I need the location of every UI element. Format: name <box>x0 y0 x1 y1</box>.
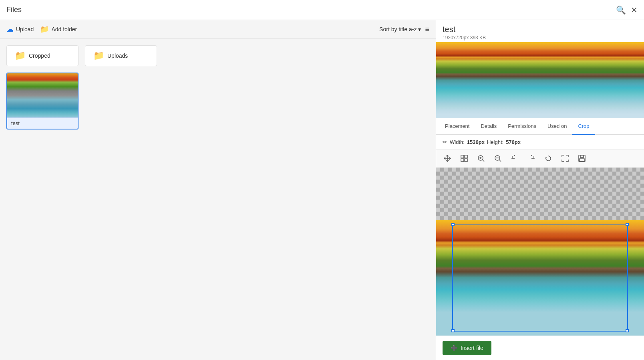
folder-item-uploads[interactable]: 📁 Uploads <box>85 45 157 66</box>
crop-toolbar <box>436 149 644 168</box>
upload-icon: ☁ <box>6 25 14 34</box>
crop-dimensions: ✏ Width: 1536px Height: 576px <box>436 135 644 149</box>
sort-button[interactable]: Sort by title a-z ▾ <box>379 26 421 32</box>
close-icon[interactable]: ✕ <box>631 5 638 15</box>
svg-rect-15 <box>580 159 584 162</box>
height-value: 576px <box>506 139 521 145</box>
search-icon[interactable]: 🔍 <box>616 5 626 15</box>
svg-rect-5 <box>465 159 467 162</box>
tab-placement[interactable]: Placement <box>439 118 475 135</box>
crop-tool-save[interactable] <box>574 151 590 166</box>
svg-rect-3 <box>465 155 467 158</box>
right-panel-meta: 1920x720px 393 KB <box>443 35 638 40</box>
tab-bar: Placement Details Permissions Used on Cr… <box>436 118 644 135</box>
crop-handle-bottom-left[interactable] <box>451 329 455 332</box>
tab-permissions[interactable]: Permissions <box>502 118 542 135</box>
file-thumbnail <box>7 73 78 117</box>
right-panel: test 1920x720px 393 KB Placement Details… <box>436 20 644 360</box>
plus-icon: ➕ <box>451 345 457 351</box>
preview-image-container <box>436 42 644 118</box>
tab-crop[interactable]: Crop <box>572 118 595 135</box>
crop-handle-top-right[interactable] <box>626 223 629 226</box>
upload-button[interactable]: ☁ Upload <box>6 25 34 34</box>
tab-used-on[interactable]: Used on <box>542 118 572 135</box>
insert-file-bar: ➕ Insert file <box>436 336 644 360</box>
height-label: Height: <box>487 139 503 145</box>
right-panel-title: test <box>443 25 638 34</box>
file-toolbar: ☁ Upload 📁 Add folder Sort by title a-z … <box>0 20 436 39</box>
crop-panel: ✏ Width: 1536px Height: 576px <box>436 135 644 336</box>
pencil-icon: ✏ <box>443 139 447 145</box>
main-layout: ☁ Upload 📁 Add folder Sort by title a-z … <box>0 20 644 360</box>
crop-handle-bottom-right[interactable] <box>626 329 629 332</box>
add-folder-button[interactable]: 📁 Add folder <box>40 25 77 34</box>
list-view-icon: ≡ <box>425 25 429 33</box>
crop-handle-top-left[interactable] <box>451 223 455 226</box>
folder-name: Cropped <box>29 53 50 59</box>
folder-icon: 📁 <box>93 51 104 61</box>
right-header: test 1920x720px 393 KB <box>436 20 644 42</box>
folder-icon: 📁 <box>15 51 26 61</box>
preview-waterfall-image <box>436 42 644 118</box>
crop-tool-zoom-out[interactable] <box>490 151 506 166</box>
crop-tool-reset[interactable] <box>540 151 556 166</box>
crop-tool-rotate-right[interactable] <box>523 151 539 166</box>
folders-row: 📁 Cropped 📁 Uploads <box>6 45 429 66</box>
crop-tool-move[interactable] <box>439 151 455 166</box>
crop-tool-zoom-in[interactable] <box>473 151 489 166</box>
folder-name: Uploads <box>107 53 128 59</box>
crop-canvas-area <box>436 168 644 336</box>
app-title: Files <box>6 6 22 14</box>
width-label: Width: <box>450 139 465 145</box>
waterfall-thumbnail-image <box>7 73 78 117</box>
top-bar-right: 🔍 ✕ <box>616 5 638 15</box>
crop-checkerboard <box>436 168 644 220</box>
svg-rect-4 <box>461 159 464 162</box>
left-panel: ☁ Upload 📁 Add folder Sort by title a-z … <box>0 20 436 360</box>
width-value: 1536px <box>467 139 485 145</box>
file-content: 📁 Cropped 📁 Uploads test <box>0 39 436 136</box>
svg-rect-2 <box>461 155 464 158</box>
crop-tool-grid[interactable] <box>456 151 472 166</box>
sort-chevron-icon: ▾ <box>418 26 421 32</box>
add-folder-icon: 📁 <box>40 25 49 34</box>
top-bar: Files 🔍 ✕ <box>0 0 644 20</box>
crop-preview <box>436 220 644 336</box>
toolbar-right: Sort by title a-z ▾ ≡ <box>379 25 429 34</box>
crop-tool-fit[interactable] <box>557 151 573 166</box>
list-view-button[interactable]: ≡ <box>425 25 429 34</box>
svg-rect-14 <box>580 155 584 158</box>
top-bar-left: Files <box>6 6 22 14</box>
file-label: test <box>7 117 78 129</box>
crop-selection[interactable] <box>452 224 628 332</box>
tab-details[interactable]: Details <box>475 118 502 135</box>
files-row: test <box>6 73 429 129</box>
toolbar-left: ☁ Upload 📁 Add folder <box>6 25 77 34</box>
folder-item-cropped[interactable]: 📁 Cropped <box>6 45 78 66</box>
svg-line-7 <box>483 160 484 162</box>
file-item-test[interactable]: test <box>6 73 78 129</box>
crop-tool-rotate-left[interactable] <box>507 151 523 166</box>
svg-line-11 <box>499 160 501 162</box>
insert-file-button[interactable]: ➕ Insert file <box>443 341 491 355</box>
